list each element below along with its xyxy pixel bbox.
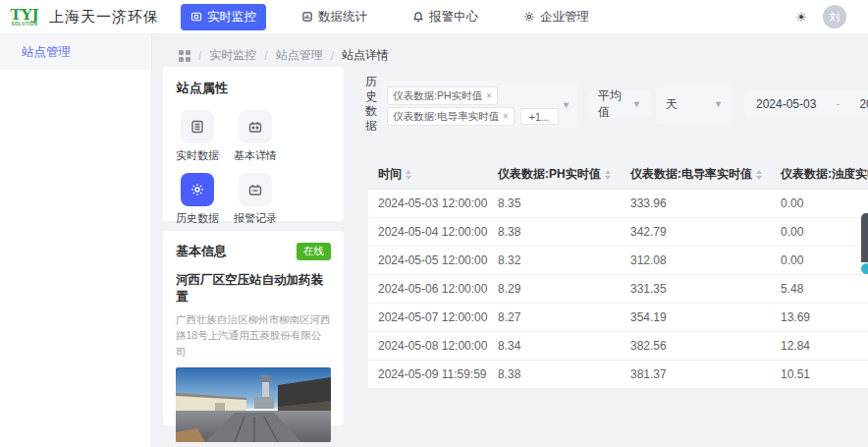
cell-ph: 8.34 <box>488 339 621 353</box>
online-status-badge: 在线 <box>297 243 331 260</box>
cell-conductivity: 354.19 <box>621 310 771 324</box>
header-ph[interactable]: 仪表数据:PH实时值 <box>488 166 621 183</box>
cell-time: 2024-05-06 12:00:00 <box>368 282 488 296</box>
sort-icon[interactable] <box>605 170 611 180</box>
statistics-icon <box>301 11 313 23</box>
table-header-row: 时间 仪表数据:PH实时值 仪表数据:电导率实时值 仪表数据:浊度实时值 <box>368 160 868 190</box>
nav-item-alarm-center[interactable]: 报警中心 <box>403 4 488 30</box>
main-content: / 实时监控 / 站点管理 / 站点详情 站点属性 实时数据 <box>152 34 868 447</box>
cell-ph: 8.32 <box>488 253 621 267</box>
history-data-icon <box>181 173 214 206</box>
cell-conductivity: 342.79 <box>621 225 771 239</box>
floating-scroll-widget[interactable] <box>861 213 868 275</box>
table-row: 2024-05-04 12:00:00 8.38 342.79 0.00 <box>368 218 868 247</box>
date-end: 2024 <box>859 97 868 111</box>
top-navbar: TYJ SOLUTION 上海天一济环保 实时监控 数据统计 报警中心 企业管理 <box>0 0 868 34</box>
cell-ph: 8.29 <box>488 282 621 296</box>
metric-tag-ph[interactable]: 仪表数据:PH实时值 × <box>387 86 498 105</box>
cell-conductivity: 333.96 <box>621 196 771 210</box>
cell-time: 2024-05-08 12:00:00 <box>368 339 488 353</box>
date-start: 2024-05-03 <box>756 97 816 111</box>
cell-time: 2024-05-04 12:00:00 <box>368 225 488 239</box>
cell-turbidity: 5.48 <box>771 282 868 296</box>
basic-details-button[interactable]: 基本详情 <box>235 110 276 163</box>
table-row: 2024-05-09 11:59:59 8.38 381.37 10.51 <box>368 361 868 389</box>
basic-info-card: 基本信息 在线 河西厂区空压站自动加药装置 广西壮族自治区柳州市柳南区河西路18… <box>163 231 344 425</box>
nav-item-data-statistics[interactable]: 数据统计 <box>292 4 377 30</box>
page: TYJ SOLUTION 上海天一济环保 实时监控 数据统计 报警中心 企业管理 <box>0 0 868 447</box>
history-data-label: 历史数据 <box>364 75 378 134</box>
tag-remove-icon[interactable]: × <box>486 90 492 101</box>
main-nav: 实时监控 数据统计 报警中心 企业管理 <box>181 4 599 30</box>
alarm-records-icon <box>239 173 272 206</box>
sidebar-item-station-management[interactable]: 站点管理 <box>0 34 151 70</box>
station-properties-title: 站点属性 <box>177 80 330 97</box>
header-conductivity[interactable]: 仪表数据:电导率实时值 <box>621 166 771 183</box>
company-name: 上海天一济环保 <box>49 8 159 27</box>
header-time[interactable]: 时间 <box>368 166 488 183</box>
sort-icon[interactable] <box>756 170 762 180</box>
nav-item-enterprise-management[interactable]: 企业管理 <box>514 4 599 30</box>
cell-ph: 8.38 <box>488 225 621 239</box>
theme-toggle-icon[interactable]: ☀ <box>795 11 807 24</box>
cell-ph: 8.38 <box>488 367 621 381</box>
date-range-picker[interactable]: 2024-05-03 - 2024 <box>744 90 868 118</box>
float-button-icon[interactable] <box>861 263 868 274</box>
chevron-down-icon: ▼ <box>562 100 570 110</box>
cell-time: 2024-05-03 12:00:00 <box>368 196 488 210</box>
history-data-table: 时间 仪表数据:PH实时值 仪表数据:电导率实时值 仪表数据:浊度实时值 202… <box>368 160 868 389</box>
cell-turbidity: 0.00 <box>771 196 868 210</box>
scrollbar-thumb[interactable] <box>861 213 868 262</box>
header-right: ☀ 刘 <box>795 5 846 28</box>
breadcrumb-realtime-monitor[interactable]: 实时监控 <box>209 47 256 64</box>
alarm-records-button[interactable]: 报警记录 <box>235 173 276 226</box>
nav-item-realtime-monitor[interactable]: 实时监控 <box>181 4 266 30</box>
cell-turbidity: 0.00 <box>771 225 868 239</box>
realtime-data-button[interactable]: 实时数据 <box>177 110 218 163</box>
table-row: 2024-05-06 12:00:00 8.29 331.35 5.48 <box>368 275 868 304</box>
cell-ph: 8.35 <box>488 196 621 210</box>
breadcrumb-station-detail: 站点详情 <box>342 47 389 64</box>
basic-info-title: 基本信息 <box>176 243 227 260</box>
monitor-icon <box>190 11 202 23</box>
cell-turbidity: 13.69 <box>771 310 868 324</box>
breadcrumb: / 实时监控 / 站点管理 / 站点详情 <box>179 47 389 64</box>
breadcrumb-station-management[interactable]: 站点管理 <box>276 47 323 64</box>
user-avatar[interactable]: 刘 <box>823 5 846 28</box>
cell-time: 2024-05-05 12:00:00 <box>368 253 488 267</box>
left-sidebar: 站点管理 <box>0 34 152 447</box>
device-name: 河西厂区空压站自动加药装置 <box>176 272 331 306</box>
gear-icon <box>523 11 535 23</box>
cell-ph: 8.27 <box>488 310 621 324</box>
metric-multiselect[interactable]: 仪表数据:PH实时值 × 仪表数据:电导率实时值 × +1... ▼ <box>382 81 577 128</box>
site-photo <box>176 367 331 442</box>
aggregation-select[interactable]: 平均值 ▼ <box>588 90 651 118</box>
cell-turbidity: 10.51 <box>771 367 868 381</box>
station-properties-card: 站点属性 实时数据 基本详情 <box>163 67 344 221</box>
logo-text: TYJ <box>11 8 39 22</box>
cell-time: 2024-05-09 11:59:59 <box>368 367 488 381</box>
alarm-icon <box>412 11 424 23</box>
cell-turbidity: 12.84 <box>771 339 868 353</box>
table-row: 2024-05-08 12:00:00 8.34 382.56 12.84 <box>368 332 868 361</box>
history-data-button[interactable]: 历史数据 <box>177 173 218 226</box>
grid-icon[interactable] <box>179 50 190 62</box>
cell-conductivity: 312.08 <box>621 253 771 267</box>
basic-details-icon <box>239 110 272 143</box>
cell-conductivity: 381.37 <box>621 367 771 381</box>
realtime-data-icon <box>181 110 214 143</box>
cell-conductivity: 382.56 <box>621 339 771 353</box>
company-logo: TYJ SOLUTION <box>8 4 41 29</box>
metric-tag-conductivity[interactable]: 仪表数据:电导率实时值 × <box>387 107 515 126</box>
interval-select[interactable]: 天 ▼ <box>656 84 732 124</box>
tag-remove-icon[interactable]: × <box>503 111 509 122</box>
header-turbidity[interactable]: 仪表数据:浊度实时值 <box>771 166 868 183</box>
table-row: 2024-05-07 12:00:00 8.27 354.19 13.69 <box>368 304 868 332</box>
logo-subtext: SOLUTION <box>11 22 37 27</box>
date-separator: - <box>836 97 840 111</box>
metric-tag-more[interactable]: +1... <box>520 108 559 125</box>
chevron-down-icon: ▼ <box>632 99 641 109</box>
table-row: 2024-05-03 12:00:00 8.35 333.96 0.00 <box>368 190 868 218</box>
table-row: 2024-05-05 12:00:00 8.32 312.08 0.00 <box>368 247 868 275</box>
sort-icon[interactable] <box>406 170 411 180</box>
